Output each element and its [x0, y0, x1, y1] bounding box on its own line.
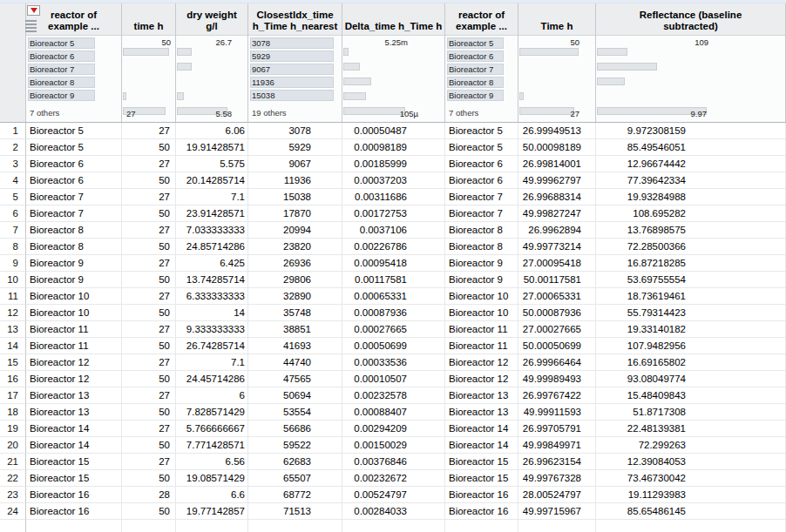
header-graph-reactor-1[interactable]: Bioreactor 5Bioreactor 6Bioreactor 7Bior…	[26, 36, 121, 122]
header-graph-category-item[interactable]: 3078	[250, 37, 340, 49]
cell-reflectance-baseline-subtracted[interactable]: 108.695282	[596, 205, 786, 222]
cell-closestidx-time-h-time-h-nearest[interactable]: 47565	[248, 371, 342, 387]
row-number[interactable]: 23	[0, 487, 26, 503]
cell-reactor-2[interactable]: Bioreactor 12	[445, 371, 518, 387]
cell-time-h[interactable]: 50	[122, 239, 176, 255]
cell-reflectance-baseline-subtracted[interactable]: 77.39642334	[596, 172, 786, 189]
cell-reactor-1[interactable]: Bioreactor 16	[26, 487, 122, 503]
cell-closestidx-time-h-time-h-nearest[interactable]: 44740	[248, 354, 342, 371]
cell-time-h[interactable]: 27	[122, 222, 176, 239]
cell-closestidx-time-h-time-h-nearest[interactable]: 32890	[248, 288, 342, 305]
cell-dry-weight-g-l[interactable]: 26.74285714	[176, 338, 248, 354]
cell-closestidx-time-h-time-h-nearest[interactable]: 65507	[248, 470, 342, 487]
cell-reflectance-baseline-subtracted[interactable]: 85.65486145	[596, 503, 786, 520]
cell-delta-time-h-time-h[interactable]: 0.00185999	[342, 156, 445, 172]
cell-reactor-2[interactable]: Bioreactor 7	[445, 189, 518, 205]
cell-reactor-1[interactable]: Bioreactor 7	[26, 205, 122, 222]
header-graph-category-item[interactable]: Bioreactor 5	[447, 37, 516, 49]
cell-delta-time-h-time-h[interactable]: 0.00088407	[342, 404, 445, 421]
cell-dry-weight-g-l[interactable]: 24.85714286	[176, 239, 248, 255]
cell-reactor-2[interactable]: Bioreactor 12	[445, 354, 518, 371]
row-number[interactable]: 16	[0, 371, 26, 387]
row-number[interactable]: 21	[0, 454, 26, 470]
cell-reactor-1[interactable]: Bioreactor 13	[26, 404, 122, 421]
cell-reactor-1[interactable]: Bioreactor 10	[26, 288, 122, 305]
cell-reflectance-baseline-subtracted[interactable]: 53.69755554	[596, 272, 786, 288]
cell-closestidx-time-h-time-h-nearest[interactable]: 50694	[248, 387, 342, 404]
cell-time-h[interactable]: 50	[122, 272, 176, 288]
cell-delta-time-h-time-h[interactable]: 0.00150029	[342, 437, 445, 454]
cell-time-h[interactable]: 27	[122, 454, 176, 470]
cell-reactor-2[interactable]: Bioreactor 15	[445, 470, 518, 487]
cell-reactor-2[interactable]: Bioreactor 11	[445, 338, 518, 354]
cell-time-h-2[interactable]: 26.99688314	[518, 189, 596, 205]
cell-closestidx-time-h-time-h-nearest[interactable]: 5929	[248, 139, 342, 156]
cell-closestidx-time-h-time-h-nearest[interactable]: 11936	[248, 172, 342, 189]
header-graph-closestidx-time-h-time-h-nearest[interactable]: 307859299067119361503819 others	[248, 36, 342, 122]
cell-time-h[interactable]: 27	[122, 156, 176, 172]
cell-time-h[interactable]: 50	[122, 338, 176, 354]
cell-reactor-2[interactable]: Bioreactor 9	[445, 272, 518, 288]
header-graph-category-item[interactable]: Bioreactor 7	[28, 64, 119, 75]
cell-delta-time-h-time-h[interactable]: 0.00033536	[342, 354, 445, 371]
cell-reflectance-baseline-subtracted[interactable]: 12.96674442	[596, 156, 786, 172]
cell-reflectance-baseline-subtracted[interactable]: 85.49546051	[596, 139, 786, 156]
row-number[interactable]: 2	[0, 139, 26, 156]
cell-reactor-1[interactable]: Bioreactor 5	[26, 123, 122, 139]
cell-reflectance-baseline-subtracted[interactable]: 15.48409843	[596, 387, 786, 404]
cell-time-h[interactable]: 27	[122, 255, 176, 272]
cell-reactor-2[interactable]: Bioreactor 15	[445, 454, 518, 470]
cell-dry-weight-g-l[interactable]: 5.766666667	[176, 421, 248, 437]
cell-reactor-1[interactable]: Bioreactor 9	[26, 255, 122, 272]
cell-reactor-2[interactable]: Bioreactor 13	[445, 404, 518, 421]
cell-reflectance-baseline-subtracted[interactable]: 107.9482956	[596, 338, 786, 354]
cell-reflectance-baseline-subtracted[interactable]: 73.46730042	[596, 470, 786, 487]
cell-reactor-2[interactable]: Bioreactor 14	[445, 421, 518, 437]
header-graph-time-h-2[interactable]: 5027	[518, 36, 595, 122]
row-number[interactable]: 24	[0, 503, 26, 520]
cell-dry-weight-g-l[interactable]: 14	[176, 305, 248, 321]
cell-time-h-2[interactable]: 49.99715967	[518, 503, 596, 520]
cell-delta-time-h-time-h[interactable]: 0.00098189	[342, 139, 445, 156]
cell-reactor-2[interactable]: Bioreactor 8	[445, 222, 518, 239]
cell-reactor-2[interactable]: Bioreactor 6	[445, 156, 518, 172]
cell-reactor-1[interactable]: Bioreactor 6	[26, 156, 122, 172]
cell-reactor-1[interactable]: Bioreactor 10	[26, 305, 122, 321]
cell-delta-time-h-time-h[interactable]: 0.00050699	[342, 338, 445, 354]
column-header-time-h-2[interactable]: Time h	[518, 3, 595, 36]
cell-delta-time-h-time-h[interactable]: 0.00172753	[342, 205, 445, 222]
rows-panel-icon[interactable]	[25, 20, 37, 34]
cell-reactor-2[interactable]: Bioreactor 9	[445, 255, 518, 272]
cell-dry-weight-g-l[interactable]: 24.45714286	[176, 371, 248, 387]
cell-dry-weight-g-l[interactable]: 7.1	[176, 354, 248, 371]
row-number[interactable]: 20	[0, 437, 26, 454]
cell-reactor-1[interactable]: Bioreactor 6	[26, 172, 122, 189]
header-graph-category-item[interactable]: Bioreactor 8	[28, 77, 119, 88]
cell-reflectance-baseline-subtracted[interactable]: 16.69165802	[596, 354, 786, 371]
cell-delta-time-h-time-h[interactable]: 0.00376846	[342, 454, 445, 470]
row-number[interactable]: 3	[0, 156, 26, 172]
cell-reflectance-baseline-subtracted[interactable]: 19.93284988	[596, 189, 786, 205]
cell-closestidx-time-h-time-h-nearest[interactable]: 59522	[248, 437, 342, 454]
cell-time-h[interactable]: 27	[122, 321, 176, 338]
cell-reflectance-baseline-subtracted[interactable]: 55.79314423	[596, 305, 786, 321]
column-header-reflectance-baseline-subtracted[interactable]: Reflectance (baselinesubtracted)	[596, 3, 785, 36]
cell-reactor-1[interactable]: Bioreactor 15	[26, 454, 122, 470]
header-graph-time-h[interactable]: 5027	[122, 36, 175, 122]
cell-reflectance-baseline-subtracted[interactable]: 19.33140182	[596, 321, 786, 338]
cell-time-h-2[interactable]: 27.00065331	[518, 288, 596, 305]
cell-time-h-2[interactable]: 26.9962894	[518, 222, 596, 239]
cell-reactor-1[interactable]: Bioreactor 8	[26, 239, 122, 255]
cell-dry-weight-g-l[interactable]: 6.333333333	[176, 288, 248, 305]
cell-delta-time-h-time-h[interactable]: 0.00284033	[342, 503, 445, 520]
cell-dry-weight-g-l[interactable]: 7.771428571	[176, 437, 248, 454]
header-graph-delta-time-h-time-h[interactable]: 5.25m105µ	[342, 36, 444, 122]
cell-closestidx-time-h-time-h-nearest[interactable]: 62683	[248, 454, 342, 470]
cell-closestidx-time-h-time-h-nearest[interactable]: 35748	[248, 305, 342, 321]
cell-dry-weight-g-l[interactable]: 6.425	[176, 255, 248, 272]
cell-time-h-2[interactable]: 50.00050699	[518, 338, 596, 354]
cell-time-h-2[interactable]: 49.99827247	[518, 205, 596, 222]
cell-closestidx-time-h-time-h-nearest[interactable]: 17870	[248, 205, 342, 222]
cell-closestidx-time-h-time-h-nearest[interactable]: 71513	[248, 503, 342, 520]
cell-reactor-2[interactable]: Bioreactor 16	[445, 503, 518, 520]
